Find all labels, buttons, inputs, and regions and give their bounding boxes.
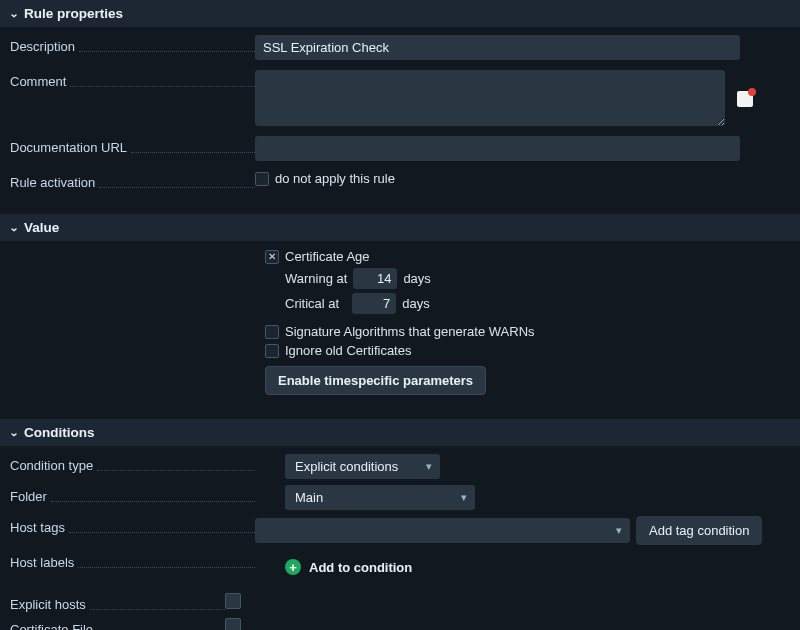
plus-icon: + <box>285 559 301 575</box>
host-labels-label: Host labels <box>10 555 74 570</box>
section-body-value: Certificate Age Warning at days Critical… <box>0 241 800 409</box>
warning-at-input[interactable] <box>353 268 397 289</box>
add-to-condition-host-labels[interactable]: + Add to condition <box>285 559 412 575</box>
comment-label: Comment <box>10 74 66 89</box>
description-label: Description <box>10 39 75 54</box>
explicit-hosts-checkbox[interactable] <box>225 593 241 609</box>
enable-timespecific-button[interactable]: Enable timespecific parameters <box>265 366 486 395</box>
critical-at-label: Critical at <box>285 296 339 311</box>
section-title: Conditions <box>24 425 95 440</box>
comment-textarea[interactable] <box>255 70 725 126</box>
add-tag-condition-button[interactable]: Add tag condition <box>636 516 762 545</box>
doc-url-label: Documentation URL <box>10 140 127 155</box>
description-input[interactable] <box>255 35 740 60</box>
days-unit: days <box>402 296 429 311</box>
chevron-down-icon: ⌄ <box>9 427 19 438</box>
certificate-age-checkbox[interactable] <box>265 250 279 264</box>
folder-select[interactable]: Main <box>285 485 475 510</box>
certificate-file-label: Certificate File <box>10 622 93 630</box>
days-unit: days <box>403 271 430 286</box>
rule-activation-label: Rule activation <box>10 175 95 190</box>
section-header-value[interactable]: ⌄ Value <box>0 214 800 241</box>
explicit-hosts-label: Explicit hosts <box>10 597 86 612</box>
ignore-old-checkbox[interactable] <box>265 344 279 358</box>
ignore-old-label: Ignore old Certificates <box>285 343 411 358</box>
condition-type-label: Condition type <box>10 458 93 473</box>
chevron-down-icon: ⌄ <box>9 8 19 19</box>
timestamp-icon[interactable] <box>737 91 753 107</box>
chevron-down-icon: ⌄ <box>9 222 19 233</box>
host-tags-label: Host tags <box>10 520 65 535</box>
rule-activation-checkbox[interactable] <box>255 172 269 186</box>
rule-activation-text: do not apply this rule <box>275 171 395 186</box>
sig-algo-checkbox[interactable] <box>265 325 279 339</box>
certificate-age-label: Certificate Age <box>285 249 370 264</box>
section-body-rule-properties: Description Comment Documentation URL Ru… <box>0 27 800 214</box>
certificate-file-checkbox[interactable] <box>225 618 241 630</box>
critical-at-input[interactable] <box>352 293 396 314</box>
condition-type-select[interactable]: Explicit conditions <box>285 454 440 479</box>
section-header-conditions[interactable]: ⌄ Conditions <box>0 419 800 446</box>
host-tags-select[interactable] <box>255 518 630 543</box>
section-title: Rule properties <box>24 6 123 21</box>
doc-url-input[interactable] <box>255 136 740 161</box>
warning-at-label: Warning at <box>285 271 347 286</box>
sig-algo-label: Signature Algorithms that generate WARNs <box>285 324 535 339</box>
section-title: Value <box>24 220 59 235</box>
folder-label: Folder <box>10 489 47 504</box>
section-header-rule-properties[interactable]: ⌄ Rule properties <box>0 0 800 27</box>
section-body-conditions: Condition type Explicit conditions Folde… <box>0 446 800 630</box>
